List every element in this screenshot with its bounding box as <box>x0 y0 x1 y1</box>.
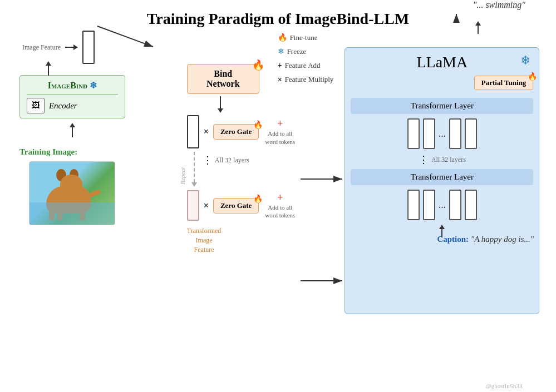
partial-tuning-box: Partial Tuning 🔥 <box>474 76 534 90</box>
partial-fire-icon: 🔥 <box>528 72 537 81</box>
up-arrow-2 <box>70 123 75 137</box>
main-layout: Image Feature ImageBind ❄ <box>11 31 545 254</box>
dots-row: ⋮ All 32 layers <box>203 154 249 166</box>
image-feature-row: Image Feature <box>22 31 95 64</box>
bind-network-label: Bind Network <box>198 69 249 89</box>
imagebind-snowflake: ❄ <box>90 80 97 91</box>
feature-arrow <box>65 44 78 50</box>
gate-feature-rect-2 <box>187 190 199 221</box>
llama-snowflake-icon: ❄ <box>520 53 530 68</box>
bind-fire-icon: 🔥 <box>252 59 264 71</box>
dots-1: ... <box>439 128 446 140</box>
finetune-label: Fine-tune <box>290 31 318 44</box>
token-4 <box>465 118 477 149</box>
training-label: Training Image: <box>19 147 125 157</box>
legend-feature-multiply: × Feature Multiply <box>278 73 334 87</box>
page-title: Training Paradigm of ImageBind-LLM <box>11 6 545 28</box>
dog-image <box>29 161 115 225</box>
middle-column: 🔥 Fine-tune ❄ Freeze + Feature Add × Fea… <box>134 31 339 254</box>
repeat-label: Repeat <box>179 167 186 185</box>
multiply-symbol-2: × <box>204 201 209 211</box>
water-overlay <box>29 202 115 225</box>
llama-box: LLaMA ❄ Partial Tuning 🔥 Transformer Lay… <box>345 47 539 314</box>
token-8 <box>465 190 477 220</box>
plus-arrow-1: + Add to all word tokens <box>263 118 297 146</box>
token-3 <box>449 118 461 149</box>
legend-finetune: 🔥 Fine-tune <box>278 31 334 44</box>
transformed-label: Transformed Image Feature <box>187 226 222 254</box>
token-5 <box>407 190 420 220</box>
imagebind-box: ImageBind ❄ 🖼 Encoder <box>19 75 125 118</box>
encoder-label: Encoder <box>49 101 77 111</box>
encoder-icon: 🖼 <box>27 98 45 113</box>
all-32-label: All 32 layers <box>215 156 249 165</box>
token-2 <box>423 118 435 149</box>
right-column: LLaMA ❄ Partial Tuning 🔥 Transformer Lay… <box>339 31 545 254</box>
transformed-label-section: Transformed Image Feature <box>187 224 222 254</box>
zero-gate-box-1: Zero Gate 🔥 <box>213 124 259 140</box>
plus-arrow-2: + Add to all word tokens <box>263 192 297 220</box>
imagebind-title: ImageBind ❄ <box>27 80 118 91</box>
swimming-text: "... swimming" <box>473 0 525 10</box>
token-6 <box>423 190 435 220</box>
caption-area: Caption: "A happy dog is..." <box>437 235 534 244</box>
zero-gate-box-2: Zero Gate 🔥 <box>213 198 259 214</box>
times-icon-legend: × <box>278 73 282 87</box>
tokens-row-2: ... <box>351 190 533 220</box>
image-feature-label: Image Feature <box>22 43 61 52</box>
zero-gate-fire-1: 🔥 <box>253 120 263 130</box>
legend-box: 🔥 Fine-tune ❄ Freeze + Feature Add × Fea… <box>278 31 334 87</box>
add-to-tokens-2: Add to all word tokens <box>263 204 297 220</box>
caption-label: Caption: <box>437 235 469 244</box>
all-32-section: ⋮ All 32 layers <box>203 152 249 166</box>
zero-gate-fire-2: 🔥 <box>253 194 263 204</box>
freeze-label: Freeze <box>287 45 307 58</box>
token-7 <box>449 190 461 220</box>
add-to-tokens-1: Add to all word tokens <box>263 130 297 146</box>
feature-add-label: Feature Add <box>285 59 321 72</box>
multiply-symbol-1: × <box>204 127 209 137</box>
bind-network-box: Bind Network 🔥 <box>187 64 259 94</box>
gate-feature-rect-1 <box>187 115 199 148</box>
caption-text: "A happy dog is..." <box>471 235 534 244</box>
snowflake-icon-legend: ❄ <box>278 44 284 58</box>
image-feature-rect <box>82 31 95 64</box>
transformer-layer-2: Transformer Layer <box>351 169 533 185</box>
right-32-layers: ⋮ All 32 layers <box>351 153 533 166</box>
llama-title: LLaMA ❄ <box>351 53 533 71</box>
bind-down-arrow <box>218 96 223 113</box>
plus-icon-legend: + <box>278 58 282 72</box>
dashed-line: Repeat <box>194 152 195 182</box>
dots-2: ... <box>439 199 446 211</box>
encoder-row: 🖼 Encoder <box>27 94 118 113</box>
dashed-arrow-head <box>191 182 197 187</box>
tokens-row-1: ... <box>351 118 533 149</box>
repeat-section: Repeat <box>191 152 197 187</box>
gate-row-2: × Zero Gate 🔥 + Add to all word tokens <box>187 190 297 221</box>
legend-feature-add: + Feature Add <box>278 58 334 72</box>
left-column: Image Feature ImageBind ❄ <box>11 31 134 254</box>
diagram-container: Training Paradigm of ImageBind-LLM "... … <box>0 0 556 392</box>
partial-tuning-row: Partial Tuning 🔥 <box>351 76 533 95</box>
imagebind-label: ImageBind <box>48 81 87 91</box>
feature-multiply-label: Feature Multiply <box>285 73 334 86</box>
right-32-label: All 32 layers <box>431 156 466 164</box>
gate-row-1: × Zero Gate 🔥 + Add to all word tokens <box>187 115 297 148</box>
legend-freeze: ❄ Freeze <box>278 44 334 58</box>
layers-section: Repeat ⋮ All 32 layers <box>187 152 249 187</box>
watermark: @ghostInSh3ll <box>486 383 523 389</box>
transformer-layer-1: Transformer Layer <box>351 98 533 114</box>
token-1 <box>407 118 420 149</box>
up-arrow-1 <box>46 61 51 76</box>
fire-icon-legend: 🔥 <box>278 31 287 44</box>
